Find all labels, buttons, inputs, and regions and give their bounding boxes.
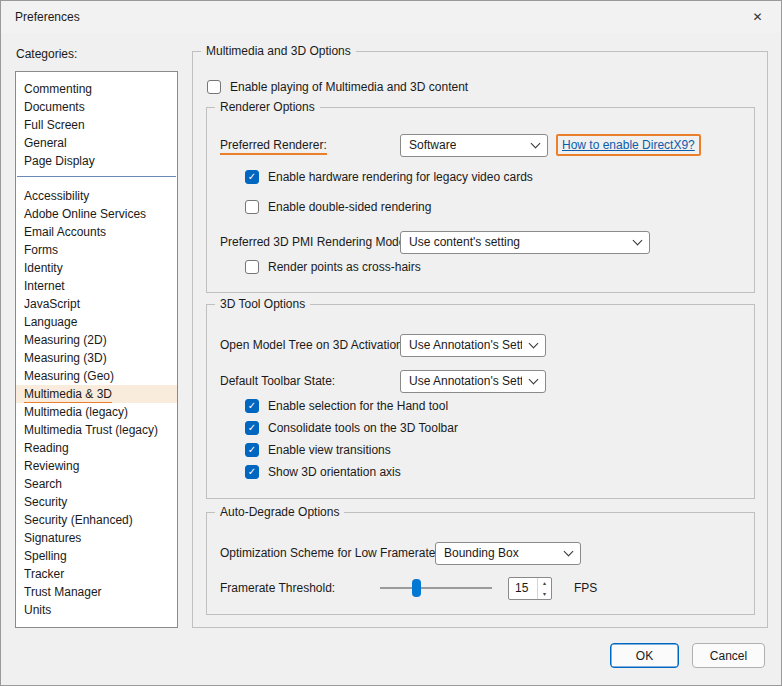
framerate-slider[interactable] [380, 578, 492, 598]
checkbox-label: Enable selection for the Hand tool [268, 399, 448, 413]
category-item-forms[interactable]: Forms [16, 241, 177, 259]
category-item-measuring-2d[interactable]: Measuring (2D) [16, 331, 177, 349]
toolbar-state-label: Default Toolbar State: [220, 374, 400, 388]
preferred-renderer-row: Preferred Renderer: Software How to enab… [220, 133, 744, 157]
category-item-trust-manager[interactable]: Trust Manager [16, 583, 177, 601]
checkbox-orientation-axis[interactable]: ✓ Show 3D orientation axis [245, 464, 401, 480]
category-item-full-screen[interactable]: Full Screen [16, 116, 177, 134]
category-item-email-accounts[interactable]: Email Accounts [16, 223, 177, 241]
framerate-spinbox[interactable]: 15 ▴ ▾ [508, 577, 552, 600]
multimedia-3d-options-group: Multimedia and 3D Options Enable playing… [192, 51, 768, 628]
fps-label: FPS [574, 581, 597, 595]
checkbox-checked-icon[interactable]: ✓ [245, 443, 259, 457]
model-tree-label: Open Model Tree on 3D Activation: [220, 338, 400, 352]
checkbox-checked-icon[interactable]: ✓ [245, 465, 259, 479]
framerate-label: Framerate Threshold: [220, 581, 380, 595]
directx-help-link[interactable]: How to enable DirectX9? [562, 138, 695, 152]
auto-degrade-options-title: Auto-Degrade Options [215, 505, 344, 519]
ok-button[interactable]: OK [610, 643, 679, 668]
close-icon: ✕ [752, 10, 762, 24]
checkbox-label: Enable playing of Multimedia and 3D cont… [230, 80, 468, 94]
checkbox-unchecked-icon[interactable] [207, 80, 221, 94]
directx-link-annotation: How to enable DirectX9? [556, 134, 701, 156]
category-item-commenting[interactable]: Commenting [16, 80, 177, 98]
checkbox-label: Enable hardware rendering for legacy vid… [268, 170, 533, 184]
toolbar-state-row: Default Toolbar State: Use Annotation's … [220, 369, 744, 393]
model-tree-select[interactable]: Use Annotation's Setting [400, 334, 546, 357]
cancel-button[interactable]: Cancel [692, 643, 765, 668]
category-item-reviewing[interactable]: Reviewing [16, 457, 177, 475]
category-item-identity[interactable]: Identity [16, 259, 177, 277]
chevron-down-icon [531, 138, 541, 148]
pmi-rendering-select[interactable]: Use content's setting [400, 231, 650, 254]
model-tree-row: Open Model Tree on 3D Activation: Use An… [220, 333, 744, 357]
checkbox-checked-icon[interactable]: ✓ [245, 399, 259, 413]
renderer-options-group: Renderer Options Preferred Renderer: Sof… [206, 107, 755, 293]
category-item-multimedia-legacy[interactable]: Multimedia (legacy) [16, 403, 177, 421]
category-item-security[interactable]: Security [16, 493, 177, 511]
slider-thumb[interactable] [412, 579, 421, 597]
preferred-renderer-value: Software [409, 138, 456, 152]
checkbox-label: Enable double-sided rendering [268, 200, 431, 214]
checkbox-checked-icon[interactable]: ✓ [245, 421, 259, 435]
category-item-search[interactable]: Search [16, 475, 177, 493]
checkbox-label: Render points as cross-hairs [268, 260, 421, 274]
chevron-down-icon [529, 338, 539, 348]
check-icon: ✓ [248, 172, 256, 182]
checkbox-hand-tool-selection[interactable]: ✓ Enable selection for the Hand tool [245, 398, 448, 414]
spin-down-icon: ▾ [543, 590, 546, 597]
chevron-down-icon [529, 374, 539, 384]
preferred-renderer-label: Preferred Renderer: [220, 138, 400, 152]
auto-degrade-options-group: Auto-Degrade Options Optimization Scheme… [206, 512, 755, 615]
category-item-accessibility[interactable]: Accessibility [16, 187, 177, 205]
check-icon: ✓ [248, 401, 256, 411]
checkbox-consolidate-tools[interactable]: ✓ Consolidate tools on the 3D Toolbar [245, 420, 458, 436]
renderer-options-title: Renderer Options [215, 100, 320, 114]
category-item-signatures[interactable]: Signatures [16, 529, 177, 547]
pmi-rendering-value: Use content's setting [409, 235, 520, 249]
optimization-select[interactable]: Bounding Box [435, 542, 581, 565]
category-item-tracker[interactable]: Tracker [16, 565, 177, 583]
slider-track [380, 587, 492, 589]
checkbox-enable-multimedia[interactable]: Enable playing of Multimedia and 3D cont… [207, 79, 468, 95]
titlebar: Preferences [1, 1, 781, 33]
category-item-multimedia-3d-selected[interactable]: Multimedia & 3D [16, 385, 177, 403]
checkbox-label: Enable view transitions [268, 443, 391, 457]
category-item-measuring-3d[interactable]: Measuring (3D) [16, 349, 177, 367]
category-item-reading[interactable]: Reading [16, 439, 177, 457]
spin-up-button[interactable]: ▴ [538, 578, 551, 589]
window-title: Preferences [15, 10, 80, 24]
checkbox-unchecked-icon[interactable] [245, 200, 259, 214]
category-item-general[interactable]: General [16, 134, 177, 152]
framerate-value: 15 [509, 578, 537, 599]
preferred-renderer-select[interactable]: Software [400, 134, 548, 157]
checkbox-unchecked-icon[interactable] [245, 260, 259, 274]
category-item-spelling[interactable]: Spelling [16, 547, 177, 565]
category-item-adobe-online-services[interactable]: Adobe Online Services [16, 205, 177, 223]
pmi-rendering-label: Preferred 3D PMI Rendering Mode: [220, 235, 400, 249]
category-item-language[interactable]: Language [16, 313, 177, 331]
category-item-measuring-geo[interactable]: Measuring (Geo) [16, 367, 177, 385]
checkbox-double-sided[interactable]: Enable double-sided rendering [245, 199, 431, 215]
tool-options-group: 3D Tool Options Open Model Tree on 3D Ac… [206, 304, 755, 499]
spin-down-button[interactable]: ▾ [538, 588, 551, 599]
close-button[interactable]: ✕ [735, 2, 780, 32]
checkbox-cross-hairs[interactable]: Render points as cross-hairs [245, 259, 421, 275]
category-list[interactable]: Commenting Documents Full Screen General… [15, 71, 178, 628]
category-item-javascript[interactable]: JavaScript [16, 295, 177, 313]
framerate-row: Framerate Threshold: 15 ▴ ▾ FPS [220, 576, 744, 600]
checkbox-checked-icon[interactable]: ✓ [245, 170, 259, 184]
selected-category-label: Multimedia & 3D [24, 387, 112, 403]
category-item-documents[interactable]: Documents [16, 98, 177, 116]
category-item-multimedia-trust-legacy[interactable]: Multimedia Trust (legacy) [16, 421, 177, 439]
optimization-label: Optimization Scheme for Low Framerate: [220, 546, 435, 560]
toolbar-state-select[interactable]: Use Annotation's Setting [400, 370, 546, 393]
category-item-page-display[interactable]: Page Display [16, 152, 177, 170]
chevron-down-icon [633, 235, 643, 245]
category-item-units[interactable]: Units [16, 601, 177, 619]
checkbox-view-transitions[interactable]: ✓ Enable view transitions [245, 442, 391, 458]
checkbox-hardware-rendering[interactable]: ✓ Enable hardware rendering for legacy v… [245, 169, 533, 185]
spin-buttons: ▴ ▾ [537, 578, 551, 599]
category-item-security-enhanced[interactable]: Security (Enhanced) [16, 511, 177, 529]
category-item-internet[interactable]: Internet [16, 277, 177, 295]
